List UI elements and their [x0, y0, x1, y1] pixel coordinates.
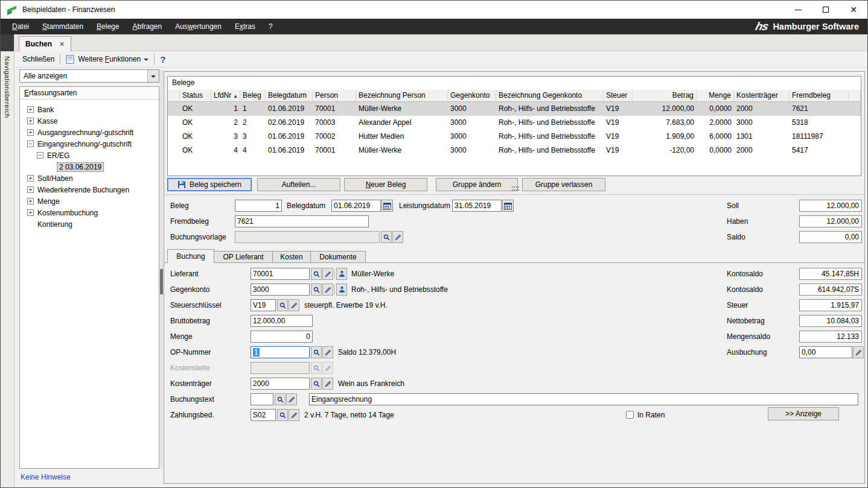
change-group-button[interactable]: Gruppe ändern [436, 178, 518, 191]
ausbuchung-edit-button[interactable] [853, 346, 864, 358]
anzeige-button[interactable]: >> Anzeige [768, 407, 839, 420]
close-view-button[interactable]: Schließen [22, 55, 54, 63]
expander-icon[interactable]: + [27, 106, 34, 113]
tree-item-menge[interactable]: +Menge [20, 195, 159, 207]
expander-icon[interactable]: − [37, 152, 43, 159]
leistungsdatum-calendar-button[interactable] [502, 200, 514, 212]
close-icon[interactable]: ✕ [840, 1, 867, 19]
split-button[interactable]: Aufteilen... [257, 178, 340, 191]
ausbuchung-field[interactable] [799, 346, 852, 358]
kostentraeger-edit-button[interactable] [322, 378, 333, 390]
expander-icon[interactable]: + [27, 129, 34, 136]
col-bezeichnung-gegenkonto[interactable]: Bezeichnung Gegenkonto [496, 90, 604, 101]
buchungsvorlage-edit-button[interactable] [392, 231, 403, 243]
gegenkonto-search-button[interactable] [311, 284, 322, 296]
belegdatum-field[interactable] [331, 200, 381, 212]
steuerschluessel-field[interactable] [251, 299, 276, 311]
expander-icon[interactable]: + [27, 175, 34, 182]
sidebar-scrollbar[interactable] [160, 70, 163, 469]
menu-help[interactable]: ? [262, 19, 279, 34]
col-lfdnr[interactable]: LfdNr▲ [211, 90, 240, 101]
tree-item-kasse[interactable]: +Kasse [20, 115, 159, 127]
menu-extras[interactable]: Extras [228, 19, 262, 34]
sidebar-header-erfassungsarten[interactable]: Erfassungsarten [20, 87, 159, 100]
bruttobetrag-field[interactable] [251, 315, 313, 327]
fremdbeleg-field[interactable] [235, 215, 369, 227]
op-nummer-field[interactable]: 1 [251, 346, 310, 358]
buchungstext-code-field[interactable] [251, 393, 273, 405]
lieferant-search-button[interactable] [311, 268, 322, 280]
col-steuer[interactable]: Steuer [604, 90, 633, 101]
tree-item-bank[interactable]: +Bank [20, 104, 159, 115]
kostentraeger-field[interactable] [251, 378, 310, 390]
tree-item-wiederkehrende-buchungen[interactable]: +Wiederkehrende Buchungen [20, 184, 159, 195]
gegenkonto-field[interactable] [251, 284, 310, 296]
col-person[interactable]: Person [313, 90, 356, 101]
navstrip-collapse-button[interactable] [1, 34, 14, 51]
tree-item-kontierung[interactable]: Kontierung [20, 218, 159, 230]
minimize-icon[interactable] [784, 1, 812, 19]
op-nummer-search-button[interactable] [311, 346, 322, 358]
tree-item-er-eg[interactable]: −ER/EG [20, 150, 159, 161]
lieferant-person-search-button[interactable] [336, 268, 347, 280]
col-menge[interactable]: Menge [697, 90, 734, 101]
menu-belege[interactable]: Belege [90, 19, 126, 34]
steuerschluessel-search-button[interactable] [277, 299, 288, 311]
tab-buchung[interactable]: Buchung [167, 249, 214, 263]
col-fremdbeleg[interactable]: Fremdbeleg [790, 90, 849, 101]
menu-auswertungen[interactable]: Auswertungen [168, 19, 228, 34]
menu-datei[interactable]: Datei [5, 19, 36, 34]
gegenkonto-person-search-button[interactable] [336, 284, 347, 296]
gegenkonto-edit-button[interactable] [322, 284, 333, 296]
table-row[interactable]: OK 4 4 01.06.2019 70001 Müller-Werke 300… [168, 144, 861, 157]
expander-icon[interactable]: + [27, 198, 34, 204]
menge-field[interactable] [251, 331, 313, 343]
menu-abfragen[interactable]: Abfragen [126, 19, 168, 34]
help-icon[interactable]: ? [160, 54, 165, 65]
col-bezeichnung-person[interactable]: Bezeichnung Person [356, 90, 448, 101]
beleg-number-field[interactable] [235, 200, 282, 212]
col-betrag[interactable]: Betrag [633, 90, 697, 101]
in-raten-checkbox[interactable] [626, 411, 634, 419]
buchungsvorlage-search-button[interactable] [381, 231, 392, 243]
lieferant-edit-button[interactable] [322, 268, 333, 280]
save-button[interactable]: Beleg speichern [167, 178, 252, 191]
maximize-icon[interactable] [812, 1, 840, 19]
new-document-button[interactable]: Neuer Beleg [344, 178, 427, 191]
tab-close-icon[interactable]: ✕ [59, 40, 65, 48]
tab-op-lieferant[interactable]: OP Lieferant [214, 251, 273, 263]
kostentraeger-search-button[interactable] [311, 378, 322, 390]
table-row[interactable]: OK 1 1 01.06.2019 70001 Müller-Werke 300… [168, 102, 861, 116]
scrollbar-thumb[interactable] [160, 269, 163, 294]
tab-dokumente[interactable]: Dokumente [310, 251, 366, 263]
table-row[interactable]: OK 3 3 01.06.2019 70002 Hutter Medien 30… [168, 130, 861, 144]
op-nummer-edit-button[interactable] [322, 346, 333, 358]
tree-item-session-selected[interactable]: 2 03.06.2019 [20, 161, 159, 173]
lieferant-field[interactable] [251, 268, 310, 280]
combo-arrow-button[interactable] [147, 70, 159, 82]
col-beleg[interactable]: Beleg [240, 90, 266, 101]
buchungstext-search-button[interactable] [275, 393, 286, 405]
steuerschluessel-edit-button[interactable] [289, 299, 299, 311]
col-belegdatum[interactable]: Belegdatum [266, 90, 313, 101]
belegdatum-calendar-button[interactable] [381, 200, 393, 212]
tree-item-kostenumbuchung[interactable]: +Kostenumbuchung [20, 207, 159, 218]
drag-handle[interactable] [512, 186, 519, 191]
buchungstext-text-field[interactable] [309, 393, 858, 405]
more-functions-button[interactable]: Weitere Funktionen [66, 55, 148, 64]
tree-item-ausgangsrechnung[interactable]: +Ausgangsrechnung/-gutschrift [20, 127, 159, 138]
expander-icon[interactable]: − [27, 141, 34, 147]
leave-group-button[interactable]: Gruppe verlassen [522, 178, 605, 191]
tab-kosten[interactable]: Kosten [272, 251, 311, 263]
hints-footer[interactable]: Keine Hinweise [21, 473, 71, 481]
expander-icon[interactable]: + [27, 209, 34, 216]
zahlungsbedingung-edit-button[interactable] [289, 409, 299, 421]
filter-combobox[interactable]: Alle anzeigen [19, 69, 159, 83]
tree-item-eingangsrechnung[interactable]: −Eingangsrechnung/-gutschrift [20, 138, 159, 150]
tab-buchen[interactable]: Buchen ✕ [19, 36, 71, 51]
expander-icon[interactable]: + [27, 186, 34, 193]
leistungsdatum-field[interactable] [452, 200, 502, 212]
menu-stammdaten[interactable]: Stammdaten [36, 19, 90, 34]
col-kostentraeger[interactable]: Kostenträger [734, 90, 790, 101]
zahlungsbedingung-search-button[interactable] [277, 409, 288, 421]
